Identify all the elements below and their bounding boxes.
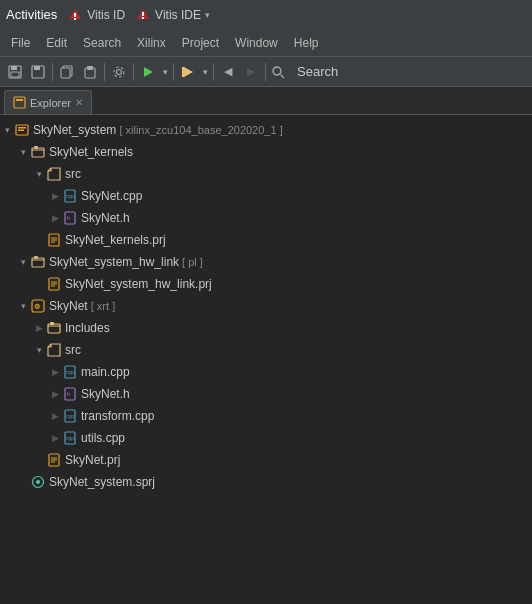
toolbar-sep-1: [52, 63, 53, 81]
explorer-panel: ▾ SkyNet_system [ xilinx_zcu104_base_202…: [0, 115, 532, 604]
arrow-skynet-system: ▾: [0, 123, 14, 137]
toolbar-sep-3: [133, 63, 134, 81]
search-area: Search: [271, 64, 338, 79]
label-skynet-kernels: SkyNet_kernels: [49, 145, 133, 159]
svg-text:cpp: cpp: [66, 413, 74, 419]
file-tree: ▾ SkyNet_system [ xilinx_zcu104_base_202…: [0, 115, 532, 497]
explorer-tab-label: Explorer: [30, 97, 71, 109]
tree-item-skynet-kernels[interactable]: ▾ SkyNet_kernels: [0, 141, 532, 163]
vityside-brand[interactable]: Vitis IDE ▾: [135, 7, 210, 23]
toolbar-settings-btn[interactable]: [108, 61, 130, 83]
label-skynet-system: SkyNet_system: [33, 123, 116, 137]
svg-rect-9: [11, 72, 19, 77]
svg-rect-47: [50, 322, 54, 325]
svg-rect-3: [74, 18, 76, 20]
label-skynet-xrt: SkyNet: [49, 299, 88, 313]
activities-label[interactable]: Activities: [6, 7, 57, 22]
svg-rect-26: [18, 127, 26, 129]
tree-item-xrt-skynet-h[interactable]: ▶ h SkyNet.h: [0, 383, 532, 405]
svg-point-17: [114, 67, 124, 77]
tag-skynet-system: [ xilinx_zcu104_base_202020_1 ]: [116, 124, 282, 136]
menu-xilinx[interactable]: Xilinx: [130, 33, 173, 53]
explorer-tab[interactable]: Explorer ✕: [4, 90, 92, 114]
tree-item-kernels-prj[interactable]: ▶ SkyNet_kernels.prj: [0, 229, 532, 251]
svg-text:cpp: cpp: [66, 369, 74, 375]
toolbar-run-dropdown-btn[interactable]: ▾: [160, 61, 170, 83]
tree-item-kernels-skynetcpp[interactable]: ▶ cpp SkyNet.cpp: [0, 185, 532, 207]
tree-item-kernels-src[interactable]: ▾ src: [0, 163, 532, 185]
label-hw-link-prj: SkyNet_system_hw_link.prj: [65, 277, 212, 291]
tree-item-skynet-xrt[interactable]: ▾ ⚙ SkyNet [ xrt ]: [0, 295, 532, 317]
svg-rect-5: [142, 12, 144, 16]
toolbar-save-btn[interactable]: [4, 61, 26, 83]
icon-skynet-prj: [46, 452, 62, 468]
icon-utils-cpp: cpp: [62, 430, 78, 446]
tab-bar: Explorer ✕: [0, 87, 532, 115]
tree-item-main-cpp[interactable]: ▶ cpp main.cpp: [0, 361, 532, 383]
icon-main-cpp: cpp: [62, 364, 78, 380]
toolbar-forward-btn[interactable]: ▶: [240, 61, 262, 83]
toolbar-debug-group: ▾: [177, 61, 210, 83]
icon-skynet-system-sprj: [30, 474, 46, 490]
tree-item-skynet-src[interactable]: ▾ src: [0, 339, 532, 361]
tree-item-kernels-skynet-h[interactable]: ▶ h SkyNet.h: [0, 207, 532, 229]
arrow-transform-cpp: ▶: [48, 409, 62, 423]
svg-line-22: [281, 74, 285, 78]
svg-rect-8: [11, 66, 17, 70]
toolbar-back-btn[interactable]: ◀: [217, 61, 239, 83]
icon-hw-link: [30, 254, 46, 270]
vitisid-brand[interactable]: Vitis ID: [67, 7, 125, 23]
label-skynet-prj: SkyNet.prj: [65, 453, 120, 467]
label-skynet-system-sprj: SkyNet_system.sprj: [49, 475, 155, 489]
icon-transform-cpp: cpp: [62, 408, 78, 424]
svg-rect-46: [48, 324, 60, 333]
label-kernels-prj: SkyNet_kernels.prj: [65, 233, 166, 247]
viteside-label[interactable]: Vitis IDE: [155, 8, 201, 22]
svg-text:⚙: ⚙: [34, 303, 40, 310]
icon-xrt-skynet-h: h: [62, 386, 78, 402]
toolbar-copy-btn[interactable]: [56, 61, 78, 83]
menu-edit[interactable]: Edit: [39, 33, 74, 53]
menu-file[interactable]: File: [4, 33, 37, 53]
tree-item-skynet-system-sprj[interactable]: ▶ SkyNet_system.sprj: [0, 471, 532, 493]
menu-window[interactable]: Window: [228, 33, 285, 53]
svg-rect-39: [34, 256, 38, 259]
svg-point-61: [36, 480, 40, 484]
toolbar-debug-dropdown-btn[interactable]: ▾: [200, 61, 210, 83]
vitisid-icon: [67, 7, 83, 23]
tree-item-includes[interactable]: ▶ Includes: [0, 317, 532, 339]
icon-skynet-kernels: [30, 144, 46, 160]
menu-help[interactable]: Help: [287, 33, 326, 53]
icon-kernels-skynetcpp: cpp: [62, 188, 78, 204]
tree-item-utils-cpp[interactable]: ▶ cpp utils.cpp: [0, 427, 532, 449]
icon-skynet-xrt: ⚙: [30, 298, 46, 314]
arrow-main-cpp: ▶: [48, 365, 62, 379]
toolbar-paste-btn[interactable]: [79, 61, 101, 83]
menu-project[interactable]: Project: [175, 33, 226, 53]
icon-hw-link-prj: [46, 276, 62, 292]
menu-search[interactable]: Search: [76, 33, 128, 53]
toolbar-sep-6: [265, 63, 266, 81]
label-hw-link: SkyNet_system_hw_link: [49, 255, 179, 269]
label-includes: Includes: [65, 321, 110, 335]
label-kernels-skynet-h: SkyNet.h: [81, 211, 130, 225]
arrow-kernels-src: ▾: [32, 167, 46, 181]
toolbar-run-btn[interactable]: [137, 61, 159, 83]
search-label[interactable]: Search: [297, 64, 338, 79]
icon-kernels-skynet-h: h: [62, 210, 78, 226]
svg-rect-2: [74, 13, 76, 17]
viteside-dropdown-icon[interactable]: ▾: [205, 10, 210, 20]
toolbar-sep-4: [173, 63, 174, 81]
tree-item-hw-link-prj[interactable]: ▶ SkyNet_system_hw_link.prj: [0, 273, 532, 295]
vitisid-label[interactable]: Vitis ID: [87, 8, 125, 22]
svg-text:cpp: cpp: [66, 435, 74, 441]
toolbar-debug-btn[interactable]: [177, 61, 199, 83]
icon-kernels-src: [46, 166, 62, 182]
tree-item-transform-cpp[interactable]: ▶ cpp transform.cpp: [0, 405, 532, 427]
explorer-tab-close[interactable]: ✕: [75, 97, 83, 108]
tree-item-skynet-prj[interactable]: ▶ SkyNet.prj: [0, 449, 532, 471]
viteside-icon: [135, 7, 151, 23]
tree-item-hw-link[interactable]: ▾ SkyNet_system_hw_link [ pl ]: [0, 251, 532, 273]
toolbar-saveas-btn[interactable]: [27, 61, 49, 83]
tree-item-skynet-system[interactable]: ▾ SkyNet_system [ xilinx_zcu104_base_202…: [0, 119, 532, 141]
